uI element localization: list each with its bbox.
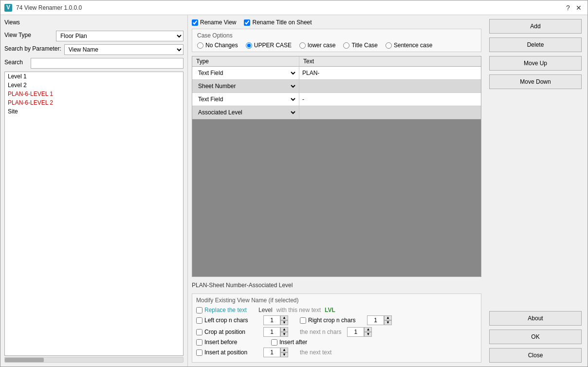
rename-title-checkbox-label[interactable]: Rename Title on Sheet	[244, 19, 312, 26]
type-select-2[interactable]: Text Field	[194, 94, 297, 105]
move-down-button[interactable]: Move Down	[489, 74, 582, 89]
insert-position-checkbox[interactable]	[196, 349, 202, 356]
view-type-select[interactable]: Floor Plan	[56, 31, 184, 41]
right-crop-checkbox[interactable]	[300, 317, 306, 324]
rename-title-checkbox[interactable]	[244, 19, 250, 26]
right-crop-input[interactable]	[367, 315, 384, 325]
search-by-select[interactable]: View Name	[64, 44, 184, 55]
next-n-label: the next n chars	[300, 329, 341, 335]
right-crop-spinner-btns: ▲ ▼	[384, 315, 392, 325]
crop-position-spinner: ▲ ▼	[263, 327, 288, 337]
add-button[interactable]: Add	[489, 19, 582, 34]
upper-case-label[interactable]: UPPER CASE	[246, 42, 292, 49]
search-label: Search	[4, 59, 29, 66]
left-crop-down-btn[interactable]: ▼	[280, 320, 288, 325]
crop-position-label[interactable]: Crop at position	[196, 329, 259, 335]
td-type-3: Associated Level	[192, 106, 299, 119]
left-crop-checkbox[interactable]	[196, 317, 202, 324]
crop-position-text: Crop at position	[204, 329, 245, 335]
replace-checkbox[interactable]	[196, 307, 202, 313]
about-button[interactable]: About	[489, 311, 582, 326]
search-input[interactable]	[31, 58, 184, 69]
list-item[interactable]: Site	[5, 107, 183, 116]
col-type-header: Type	[192, 56, 299, 66]
type-select-3[interactable]: Associated Level	[194, 107, 297, 118]
type-select-1[interactable]: Sheet Number	[194, 81, 297, 92]
lower-case-radio[interactable]	[299, 42, 306, 49]
close-app-button[interactable]: Close	[489, 348, 582, 363]
upper-case-text: UPPER CASE	[254, 42, 292, 49]
left-crop-input[interactable]	[263, 315, 280, 325]
lower-case-label[interactable]: lower case	[299, 42, 335, 49]
next-n-input[interactable]	[347, 327, 364, 337]
table-body: Text Field Sheet Number	[192, 67, 481, 276]
views-header: Views	[4, 19, 184, 28]
next-n-up-btn[interactable]: ▲	[364, 327, 372, 332]
title-case-text: Title Case	[351, 42, 378, 49]
help-button[interactable]: ?	[563, 3, 573, 13]
insert-position-down-btn[interactable]: ▼	[280, 352, 288, 357]
scrollbar-thumb	[5, 358, 44, 362]
title-case-label[interactable]: Title Case	[343, 42, 378, 49]
crop-position-down-btn[interactable]: ▼	[280, 332, 288, 337]
list-item[interactable]: Level 1	[5, 72, 183, 81]
rename-view-checkbox-label[interactable]: Rename View	[192, 19, 236, 26]
type-select-0[interactable]: Text Field	[194, 68, 297, 78]
left-crop-up-btn[interactable]: ▲	[280, 315, 288, 320]
rename-view-checkbox[interactable]	[192, 19, 198, 26]
list-item[interactable]: PLAN-6-LEVEL 2	[5, 98, 183, 107]
insert-position-input[interactable]	[263, 348, 280, 357]
with-value: LVL	[325, 307, 335, 313]
right-crop-down-btn[interactable]: ▼	[384, 320, 392, 325]
no-changes-radio[interactable]	[197, 42, 203, 49]
insert-position-spinner: ▲ ▼	[263, 348, 288, 357]
text-input-2[interactable]	[302, 96, 478, 103]
insert-before-checkbox[interactable]	[196, 339, 202, 346]
no-changes-label[interactable]: No Changes	[197, 42, 238, 49]
case-options-radio-row: No Changes UPPER CASE lower case Title C…	[197, 42, 476, 49]
crop-position-input[interactable]	[263, 327, 280, 337]
text-input-1[interactable]	[302, 83, 478, 90]
right-crop-up-btn[interactable]: ▲	[384, 315, 392, 320]
replace-checkbox-label[interactable]: Replace the text	[196, 307, 255, 313]
upper-case-radio[interactable]	[246, 42, 252, 49]
delete-button[interactable]: Delete	[489, 37, 582, 52]
case-options-title: Case Options	[197, 32, 476, 39]
close-button[interactable]: ✕	[574, 3, 584, 13]
horizontal-scrollbar[interactable]	[4, 357, 184, 363]
insert-position-label[interactable]: Insert at position	[196, 349, 259, 356]
titlebar: V 74 View Renamer 1.0.0.0 ? ✕	[0, 0, 588, 15]
insert-after-label[interactable]: Insert after	[271, 339, 330, 346]
rename-row: Rename View Rename Title on Sheet	[192, 19, 481, 26]
no-changes-text: No Changes	[205, 42, 238, 49]
insert-position-spinner-btns: ▲ ▼	[280, 348, 288, 357]
text-input-0[interactable]	[302, 70, 478, 76]
crop-position-up-btn[interactable]: ▲	[280, 327, 288, 332]
insert-after-checkbox[interactable]	[271, 339, 277, 346]
main-content: Views View Type Floor Plan Search by Par…	[0, 15, 588, 367]
replace-row: Replace the text Level with this new tex…	[196, 307, 477, 313]
view-type-label: View Type	[4, 32, 53, 38]
td-type-0: Text Field	[192, 67, 299, 79]
left-crop-label[interactable]: Left crop n chars	[196, 317, 259, 324]
search-by-row: Search by Parameter: View Name	[4, 44, 184, 55]
insert-position-up-btn[interactable]: ▲	[280, 348, 288, 352]
crop-position-checkbox[interactable]	[196, 329, 202, 335]
type-text-table: Type Text Text Field	[192, 56, 481, 277]
text-input-3[interactable]	[302, 109, 478, 116]
list-item[interactable]: Level 2	[5, 81, 183, 90]
title-case-radio[interactable]	[343, 42, 349, 49]
td-text-0	[299, 67, 481, 79]
list-item[interactable]: PLAN-6-LEVEL 1	[5, 90, 183, 98]
insert-before-label[interactable]: Insert before	[196, 339, 259, 346]
sentence-case-radio[interactable]	[386, 42, 392, 49]
insert-next-label: the next text	[300, 349, 331, 356]
rename-title-label: Rename Title on Sheet	[252, 19, 312, 26]
move-up-button[interactable]: Move Up	[489, 56, 582, 71]
sentence-case-label[interactable]: Sentence case	[386, 42, 432, 49]
next-n-down-btn[interactable]: ▼	[364, 332, 372, 337]
ok-button[interactable]: OK	[489, 330, 582, 344]
right-crop-label[interactable]: Right crop n chars	[300, 317, 363, 324]
right-crop-text: Right crop n chars	[308, 317, 355, 324]
with-label: with this new text	[276, 307, 321, 313]
